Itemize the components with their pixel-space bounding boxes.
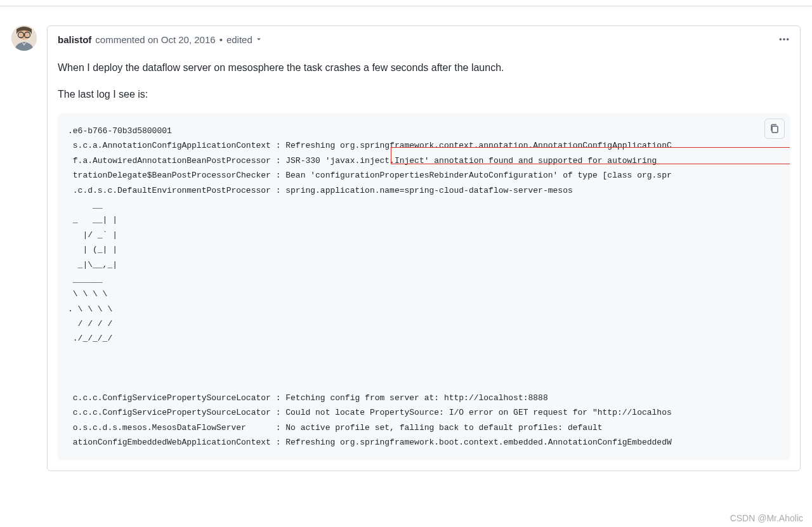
- author-link[interactable]: balistof: [58, 34, 91, 45]
- comment-body: When I deploy the dataflow server on mes…: [48, 60, 800, 471]
- dot-separator: •: [219, 34, 223, 45]
- watermark: CSDN @Mr.Aholic: [730, 513, 803, 523]
- commented-label: commented: [95, 34, 145, 45]
- svg-point-7: [787, 38, 789, 41]
- body-paragraph: The last log I see is:: [58, 87, 790, 102]
- avatar-column: [11, 25, 37, 471]
- comment-container: balistof commented on Oct 20, 2016 • edi…: [47, 25, 801, 471]
- timestamp[interactable]: on Oct 20, 2016: [148, 34, 216, 45]
- code-block: .e6-b766-70b3d5800001 s.c.a.AnnotationCo…: [58, 114, 790, 460]
- svg-point-5: [780, 38, 782, 41]
- edited-dropdown[interactable]: edited: [226, 34, 263, 45]
- comment-caret: [47, 34, 48, 46]
- edited-label: edited: [226, 34, 252, 45]
- more-options-button[interactable]: [778, 34, 790, 45]
- svg-point-6: [783, 38, 785, 41]
- chevron-down-icon: [255, 36, 263, 43]
- avatar[interactable]: [11, 25, 37, 51]
- comment: balistof commented on Oct 20, 2016 • edi…: [0, 6, 812, 471]
- body-paragraph: When I deploy the dataflow server on mes…: [58, 60, 790, 75]
- divider: [0, 0, 812, 6]
- comment-header: balistof commented on Oct 20, 2016 • edi…: [48, 26, 800, 53]
- kebab-icon: [778, 34, 790, 45]
- code-scroll[interactable]: .e6-b766-70b3d5800001 s.c.a.AnnotationCo…: [58, 124, 790, 450]
- code-text: .e6-b766-70b3d5800001 s.c.a.AnnotationCo…: [68, 124, 790, 450]
